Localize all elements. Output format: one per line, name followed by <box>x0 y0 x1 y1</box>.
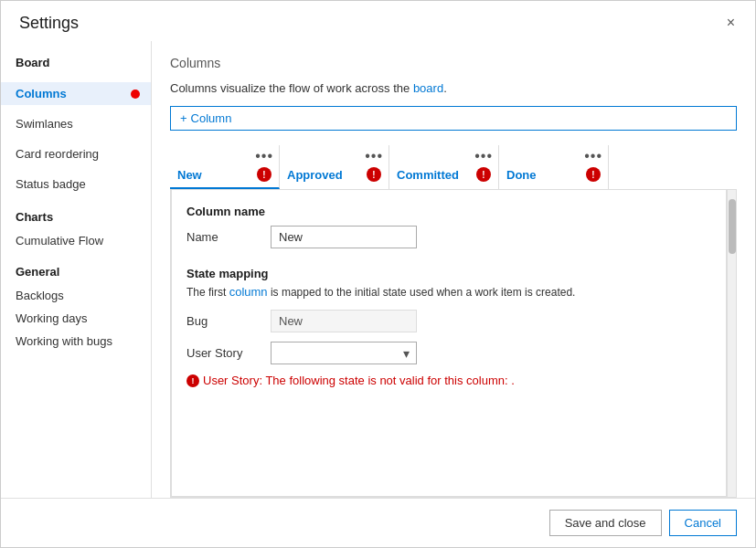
column-tab-committed-body: Committed ! <box>389 165 498 187</box>
board-link[interactable]: board <box>413 81 443 95</box>
columns-scroll-area: ••• New ! ••• Approved <box>170 145 737 498</box>
sidebar-item-card-reordering[interactable]: Card reordering <box>1 142 151 165</box>
main-content: Columns Columns visualize the flow of wo… <box>152 41 755 498</box>
sidebar-item-columns-label: Columns <box>16 87 67 100</box>
settings-dialog: Settings × Board Columns Swimlanes Card … <box>0 0 756 548</box>
add-column-label: Column <box>191 111 232 125</box>
column-tab-approved[interactable]: ••• Approved ! <box>280 145 389 189</box>
column-tab-approved-header: ••• <box>280 145 389 165</box>
bug-label: Bug <box>186 314 260 328</box>
dialog-footer: Save and close Cancel <box>1 498 755 547</box>
vertical-scrollbar[interactable] <box>727 190 736 497</box>
sidebar-item-status-badge[interactable]: Status badge <box>1 173 151 195</box>
tab-content-area: Column name Name State mapping The first… <box>170 190 737 498</box>
user-story-error: ! User Story: The following state is not… <box>186 374 711 387</box>
column-tab-done-body: Done ! <box>499 165 608 187</box>
column-tab-done-header: ••• <box>499 145 608 165</box>
save-close-button[interactable]: Save and close <box>549 510 662 536</box>
column-tab-approved-menu-icon[interactable]: ••• <box>365 149 383 163</box>
sidebar-section-card-reordering: Card reordering <box>1 142 151 165</box>
state-mapping-label: State mapping <box>186 267 711 280</box>
column-tab-committed-label: Committed <box>397 168 459 182</box>
bug-input <box>271 310 417 332</box>
dialog-title: Settings <box>19 14 79 33</box>
dialog-header: Settings × <box>1 1 755 41</box>
column-name-section: Column name Name <box>186 205 711 248</box>
close-button[interactable]: × <box>721 12 740 34</box>
sidebar-section-charts: Charts Cumulative Flow <box>1 205 151 252</box>
sidebar-section-swimlanes: Swimlanes <box>1 112 151 135</box>
column-tab-new-menu-icon[interactable]: ••• <box>255 149 273 163</box>
columns-tabs: ••• New ! ••• Approved <box>170 145 737 190</box>
cancel-button[interactable]: Cancel <box>669 510 737 536</box>
column-name-input[interactable] <box>271 226 417 248</box>
error-icon: ! <box>186 374 199 387</box>
name-field-label: Name <box>186 230 260 244</box>
column-tab-approved-body: Approved ! <box>280 165 389 187</box>
name-row: Name <box>186 226 711 248</box>
column-name-label: Column name <box>186 205 711 218</box>
column-tab-done-menu-icon[interactable]: ••• <box>584 149 602 163</box>
dialog-body: Board Columns Swimlanes Card reordering … <box>1 41 755 498</box>
column-link[interactable]: column <box>229 285 268 299</box>
column-tab-new-header: ••• <box>170 145 279 165</box>
sidebar-section-status-badge: Status badge <box>1 173 151 195</box>
sidebar-item-charts[interactable]: Charts <box>1 205 151 229</box>
state-mapping-desc: The first column is mapped to the initia… <box>186 284 711 300</box>
column-tab-done-label: Done <box>506 168 537 182</box>
bug-row: Bug <box>186 310 711 332</box>
column-tab-committed-error: ! <box>476 167 491 182</box>
column-tab-committed-header: ••• <box>389 145 498 165</box>
column-tab-new[interactable]: ••• New ! <box>170 145 280 189</box>
user-story-select[interactable]: New Active Resolved <box>271 342 417 364</box>
sidebar-item-board[interactable]: Board <box>1 50 151 75</box>
error-text: User Story: The following state is not v… <box>203 374 515 387</box>
column-tab-committed-menu-icon[interactable]: ••• <box>474 149 493 163</box>
sidebar-section-columns: Columns <box>1 82 151 105</box>
tab-panel: Column name Name State mapping The first… <box>171 190 727 497</box>
section-header: Columns <box>170 56 737 70</box>
sidebar-section-board: Board <box>1 50 151 75</box>
column-tab-new-label: New <box>177 168 202 182</box>
column-tab-new-error: ! <box>257 167 272 182</box>
user-story-label: User Story <box>186 346 260 360</box>
column-tab-approved-label: Approved <box>287 168 343 182</box>
sidebar-item-columns[interactable]: Columns <box>1 82 151 105</box>
column-tab-done[interactable]: ••• Done ! <box>499 145 609 189</box>
sidebar-item-working-days[interactable]: Working days <box>1 307 151 330</box>
columns-error-indicator <box>131 90 140 99</box>
column-tab-committed[interactable]: ••• Committed ! <box>389 145 499 189</box>
column-tab-new-body: New ! <box>170 165 279 187</box>
plus-icon: + <box>180 111 187 125</box>
scrollbar-thumb[interactable] <box>729 199 736 254</box>
user-story-select-wrapper: New Active Resolved <box>271 342 417 364</box>
sidebar-item-swimlanes[interactable]: Swimlanes <box>1 112 151 135</box>
sidebar-section-general: General Backlogs Working days Working wi… <box>1 259 151 353</box>
column-tab-approved-error: ! <box>367 167 381 182</box>
column-tab-done-error: ! <box>586 167 601 182</box>
add-column-button[interactable]: + Column <box>170 106 737 131</box>
sidebar-item-working-with-bugs[interactable]: Working with bugs <box>1 330 151 353</box>
sidebar-item-general[interactable]: General <box>1 259 151 284</box>
sidebar: Board Columns Swimlanes Card reordering … <box>1 41 152 498</box>
description: Columns visualize the flow of work acros… <box>170 81 737 95</box>
state-mapping-section: State mapping The first column is mapped… <box>186 267 711 387</box>
user-story-row: User Story New Active Resolved <box>186 342 711 364</box>
sidebar-item-backlogs[interactable]: Backlogs <box>1 284 151 307</box>
sidebar-item-cumulative-flow[interactable]: Cumulative Flow <box>1 229 151 252</box>
